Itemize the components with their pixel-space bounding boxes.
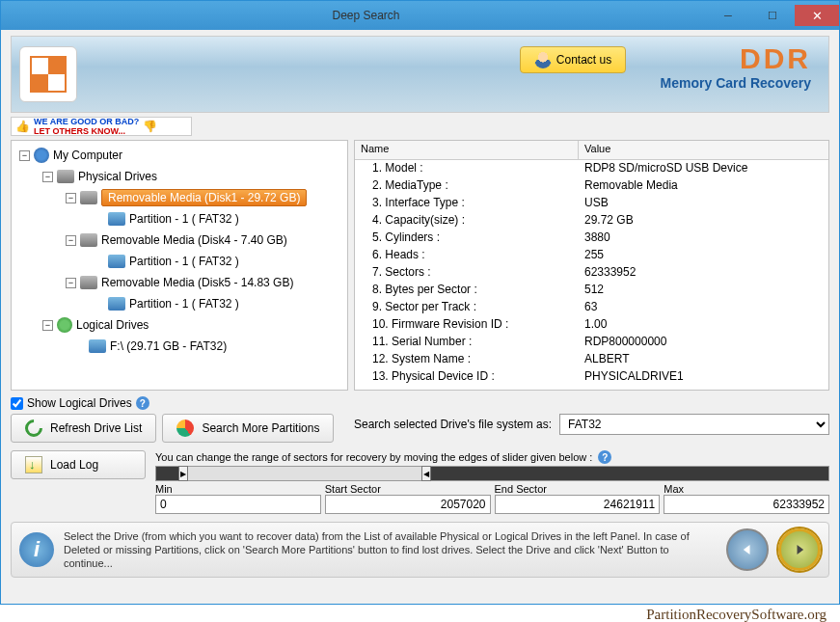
computer-icon	[34, 148, 49, 163]
back-button[interactable]	[726, 528, 769, 571]
collapse-icon[interactable]: −	[66, 235, 76, 246]
contact-label: Contact us	[556, 53, 611, 67]
help-icon[interactable]: ?	[136, 396, 149, 410]
start-sector-input[interactable]	[325, 495, 491, 514]
minimize-button[interactable]: ─	[706, 5, 750, 26]
drive-icon	[80, 276, 97, 289]
detail-row: 1. Model :RDP8 SD/microSD USB Device	[355, 160, 828, 177]
tree-drive-item[interactable]: − Removable Media (Disk4 - 7.40 GB)	[15, 230, 343, 251]
load-log-button[interactable]: Load Log	[11, 450, 146, 479]
slider-handle-start[interactable]: ▶	[178, 466, 188, 481]
maximize-button[interactable]: ☐	[750, 5, 795, 26]
partition-icon	[108, 297, 125, 311]
detail-row: 5. Cylinders :3880	[355, 230, 828, 247]
brand-subtitle: Memory Card Recovery	[661, 75, 811, 91]
partition-icon	[108, 212, 125, 226]
document-download-icon	[25, 456, 42, 473]
partition-icon	[108, 255, 125, 268]
pie-chart-icon	[176, 419, 194, 437]
drive-icon	[57, 170, 74, 183]
column-header-value[interactable]: Value	[579, 141, 828, 159]
detail-row: 11. Serial Number :RDP800000000	[355, 334, 828, 351]
tree-partition-item[interactable]: Partition - 1 ( FAT32 )	[15, 251, 343, 272]
search-more-partitions-button[interactable]: Search More Partitions	[162, 414, 334, 443]
column-header-name[interactable]: Name	[355, 141, 579, 159]
drive-icon	[80, 233, 97, 247]
tree-drive-item[interactable]: − Removable Media (Disk5 - 14.83 GB)	[15, 272, 343, 293]
detail-row: 7. Sectors :62333952	[355, 264, 828, 282]
collapse-icon[interactable]: −	[66, 193, 76, 203]
tree-logical-item[interactable]: F:\ (29.71 GB - FAT32)	[15, 336, 343, 357]
watermark-text: PartitionRecoverySoftware.org	[0, 605, 840, 622]
sector-range-slider[interactable]: ▶ ◀	[155, 466, 829, 481]
show-logical-drives-checkbox[interactable]	[11, 397, 23, 410]
filesystem-label: Search selected Drive's file system as:	[354, 418, 552, 431]
window-title: Deep Search	[26, 9, 706, 22]
help-icon[interactable]: ?	[598, 450, 611, 464]
logical-drive-icon	[57, 317, 72, 333]
max-sector-input[interactable]	[664, 495, 829, 514]
filesystem-select[interactable]: FAT32	[559, 414, 829, 435]
app-window: Deep Search ─ ☐ ✕ Contact us DDR Memory …	[0, 0, 840, 605]
next-button[interactable]	[778, 528, 821, 571]
collapse-icon[interactable]: −	[66, 278, 76, 288]
drive-icon	[80, 191, 97, 204]
close-button[interactable]: ✕	[795, 5, 839, 26]
show-logical-label: Show Logical Drives	[27, 396, 132, 410]
tree-drive-item[interactable]: − Removable Media (Disk1 - 29.72 GB)	[15, 187, 343, 208]
brand: DDR Memory Card Recovery	[661, 42, 811, 91]
thumb-down-icon: 👎	[143, 120, 157, 133]
partition-icon	[89, 339, 106, 353]
contact-us-button[interactable]: Contact us	[520, 46, 626, 73]
tree-physical-group[interactable]: − Physical Drives	[15, 166, 343, 187]
detail-row: 10. Firmware Revision ID :1.00	[355, 316, 828, 334]
detail-row: 6. Heads :255	[355, 247, 828, 264]
slider-handle-end[interactable]: ◀	[421, 466, 431, 481]
slider-hint: You can change the range of sectors for …	[155, 451, 592, 463]
refresh-drive-list-button[interactable]: Refresh Drive List	[11, 414, 156, 443]
detail-row: 12. System Name :ALBERT	[355, 351, 828, 368]
tree-root[interactable]: − My Computer	[15, 145, 343, 166]
feedback-banner[interactable]: 👍 WE ARE GOOD OR BAD? LET OTHERS KNOW...…	[11, 117, 192, 136]
person-icon	[534, 51, 552, 68]
detail-row: 8. Bytes per Sector :512	[355, 282, 828, 299]
detail-row: 13. Physical Device ID :PHYSICALDRIVE1	[355, 368, 828, 386]
detail-row: 9. Sector per Track :63	[355, 299, 828, 316]
collapse-icon[interactable]: −	[42, 172, 53, 182]
end-sector-input[interactable]	[495, 495, 661, 514]
collapse-icon[interactable]: −	[42, 320, 53, 331]
tree-partition-item[interactable]: Partition - 1 ( FAT32 )	[15, 293, 343, 314]
detail-row: 3. Interface Type :USB	[355, 195, 828, 212]
drive-details-panel: Name Value 1. Model :RDP8 SD/microSD USB…	[354, 140, 829, 391]
drive-tree[interactable]: − My Computer − Physical Drives − Remova…	[11, 140, 348, 391]
min-sector-input[interactable]	[155, 495, 321, 514]
footer-hint-bar: i Select the Drive (from which you want …	[11, 522, 829, 578]
detail-row: 2. MediaType :Removable Media	[355, 177, 828, 195]
thumb-up-icon: 👍	[15, 120, 30, 133]
selected-drive: Removable Media (Disk1 - 29.72 GB)	[101, 189, 307, 206]
titlebar: Deep Search ─ ☐ ✕	[1, 1, 839, 30]
footer-text: Select the Drive (from which you want to…	[64, 529, 717, 571]
tree-partition-item[interactable]: Partition - 1 ( FAT32 )	[15, 208, 343, 230]
refresh-icon	[21, 416, 45, 440]
app-logo	[19, 46, 77, 102]
collapse-icon[interactable]: −	[19, 150, 30, 161]
detail-row: 4. Capacity(size) :29.72 GB	[355, 212, 828, 230]
header-banner: Contact us DDR Memory Card Recovery	[11, 36, 829, 113]
tree-logical-group[interactable]: − Logical Drives	[15, 314, 343, 336]
brand-logo-text: DDR	[661, 42, 811, 75]
info-icon: i	[19, 532, 54, 567]
